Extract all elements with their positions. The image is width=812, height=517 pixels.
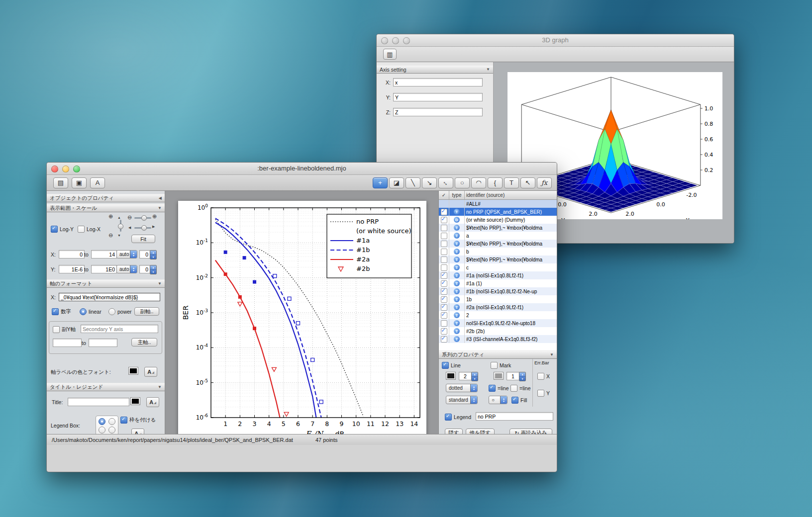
series-visible-checkbox[interactable] (441, 280, 447, 287)
y-axis-input[interactable] (393, 93, 483, 101)
sub-axis-button[interactable]: 副軸.. (134, 307, 159, 316)
zoom-in-x-button[interactable]: ⊕ (152, 214, 157, 219)
zoom-out-y-button[interactable]: ⊖ (108, 233, 113, 238)
reload-button[interactable]: ↻ 再読み込み (509, 429, 552, 434)
title-color-well[interactable] (130, 397, 140, 405)
table-row[interactable]: TnoISI-Ex1q0.9Lf2-f2-Ne-upto18 (439, 319, 557, 327)
zoom-out-x-button[interactable]: ⊖ (127, 215, 132, 220)
mark-checkbox[interactable]: Mark (491, 362, 511, 369)
line-style-popup[interactable]: dotted (446, 384, 478, 392)
graph-canvas-area[interactable]: 123456789101112131410010-110-210-310-410… (165, 191, 438, 434)
line-color-eq-checkbox[interactable]: =line (489, 385, 508, 392)
y-extra-stepper[interactable] (150, 265, 157, 274)
legend-pos-top-left-radio[interactable] (99, 418, 105, 425)
slider-handle[interactable] (118, 224, 123, 229)
slider-handle[interactable] (141, 215, 147, 221)
line-checkbox[interactable]: Line (442, 362, 461, 369)
secondary-y-input[interactable] (81, 325, 158, 333)
zoom-button[interactable] (403, 37, 410, 44)
series-visible-checkbox[interactable] (441, 264, 447, 271)
select-tool-button[interactable]: ↖ (520, 177, 535, 188)
zoom-in-y-button[interactable]: ⊕ (108, 214, 113, 219)
table-row[interactable]: T$¥text{No PRP},~ ¥mbox{¥boldma (439, 240, 557, 248)
arc-tool-button[interactable]: ◠ (471, 177, 486, 188)
hide-button[interactable]: 隠す (445, 429, 463, 434)
y-to-input[interactable] (91, 265, 117, 273)
table-row[interactable]: Tc (439, 263, 557, 271)
legend-text-input[interactable] (476, 412, 553, 421)
table-row[interactable]: T#2a (noISI-Ex1q0.9Lf2-f1) (439, 303, 557, 311)
sidebar-toggle-button[interactable]: ▤ (53, 177, 68, 188)
table-row[interactable]: Tb (439, 248, 557, 256)
x-zoom-slider[interactable] (134, 217, 151, 219)
series-visible-checkbox[interactable] (441, 304, 447, 311)
linear-radio[interactable]: linear (80, 308, 102, 315)
section-range-scale[interactable]: 表示範囲・スケール ▼ (47, 204, 165, 212)
y-zoom-slider[interactable] (120, 220, 121, 232)
legend-pos-top-right-radio[interactable] (108, 418, 115, 425)
series-visible-checkbox[interactable] (441, 257, 447, 263)
arrow-tool-button[interactable]: ↘ (422, 177, 437, 188)
errbar-y-checkbox[interactable]: Y (537, 390, 550, 397)
series-visible-checkbox[interactable] (441, 225, 447, 231)
titlebar-3d[interactable]: 3D graph (377, 34, 734, 47)
series-visible-checkbox[interactable] (441, 209, 447, 215)
x-to-input[interactable] (91, 250, 117, 258)
legend-font-button[interactable]: A◢ (131, 429, 144, 434)
line-color-well[interactable] (446, 372, 456, 380)
x-axis-input[interactable] (393, 78, 483, 86)
graph-page[interactable]: 123456789101112131410010-110-210-310-410… (178, 201, 426, 434)
table-row[interactable]: T$¥text{No PRP},~ ¥mbox{¥boldma (439, 256, 557, 263)
disclosure-open-icon[interactable]: ▼ (158, 385, 162, 389)
disclosure-open-icon[interactable]: ▼ (158, 206, 162, 210)
font-panel-button[interactable]: A (90, 177, 105, 188)
table-row[interactable]: Tno PRP (QPSK_and_BPSK_BER) (439, 208, 557, 216)
pan-tool-button[interactable]: + (373, 177, 388, 188)
x-from-input[interactable] (59, 250, 85, 258)
series-visible-checkbox[interactable] (441, 217, 447, 223)
pan-right-button[interactable]: ▶ (152, 224, 155, 229)
table-row[interactable]: T#1a (1) (439, 279, 557, 287)
title-input[interactable] (68, 398, 129, 406)
axis-label-font-button[interactable]: A◢ (144, 367, 157, 377)
eraser-tool-button[interactable]: ◪ (389, 177, 404, 188)
table-row[interactable]: T1b (439, 295, 557, 303)
series-visible-checkbox[interactable] (441, 233, 447, 239)
legend-pos-bottom-right-radio[interactable] (108, 427, 115, 433)
log-x-checkbox[interactable]: Log-X (78, 226, 101, 233)
table-row[interactable]: D(or white source) (Dummy) (439, 216, 557, 224)
minimize-button[interactable] (392, 37, 399, 44)
brace-tool-button[interactable]: { (488, 177, 503, 188)
axis-label-color-well[interactable] (128, 367, 138, 375)
table-row[interactable]: Ta (439, 232, 557, 240)
section-title-legend[interactable]: タイトル・レジェンド ▼ (47, 383, 165, 391)
fit-button[interactable]: Fit (131, 235, 155, 243)
window-main[interactable]: :ber-example-lineboldened.mjo ▤▣A +◪╲↘↔○… (46, 162, 557, 472)
title-font-button[interactable]: A◢ (146, 397, 159, 407)
x-scale-popup[interactable]: auto (116, 250, 137, 258)
mark-size-stepper[interactable] (519, 372, 526, 381)
y-scale-popup[interactable]: auto (116, 265, 137, 273)
y-extra-input[interactable] (139, 265, 150, 273)
close-button[interactable] (381, 37, 388, 44)
section-series-properties[interactable]: 系列のプロパティ ▼ (439, 350, 557, 359)
disclosure-open-icon[interactable]: ▼ (158, 281, 162, 286)
table-row[interactable]: T#3 (ISI-channelA-Ex1q0.8Lf3-f2) (439, 335, 557, 343)
x-extra-stepper[interactable] (150, 250, 157, 259)
mark-size-input[interactable] (507, 372, 519, 380)
mark-shape-popup[interactable]: ○ (489, 396, 508, 404)
hide-others-button[interactable]: 他を隠す (466, 429, 495, 434)
z-axis-input[interactable] (393, 108, 483, 116)
double-arrow-tool-button[interactable]: ↔ (438, 177, 453, 188)
line-tool-button[interactable]: ╲ (406, 177, 420, 188)
legend-checkbox[interactable]: Legend (445, 414, 471, 421)
series-visible-checkbox[interactable] (441, 241, 447, 247)
series-visible-checkbox[interactable] (441, 312, 447, 319)
series-visible-checkbox[interactable] (441, 320, 447, 327)
table-row[interactable]: T#2b (2b) (439, 327, 557, 335)
table-row[interactable]: T$¥text{No PRP},~ ¥mbox{¥boldma (439, 224, 557, 232)
secondary-y-checkbox[interactable]: 副Y軸 (53, 326, 76, 333)
table-row[interactable]: #ALL# (439, 200, 557, 208)
secondary-from-input[interactable] (53, 339, 82, 347)
power-radio[interactable]: power (108, 308, 132, 315)
